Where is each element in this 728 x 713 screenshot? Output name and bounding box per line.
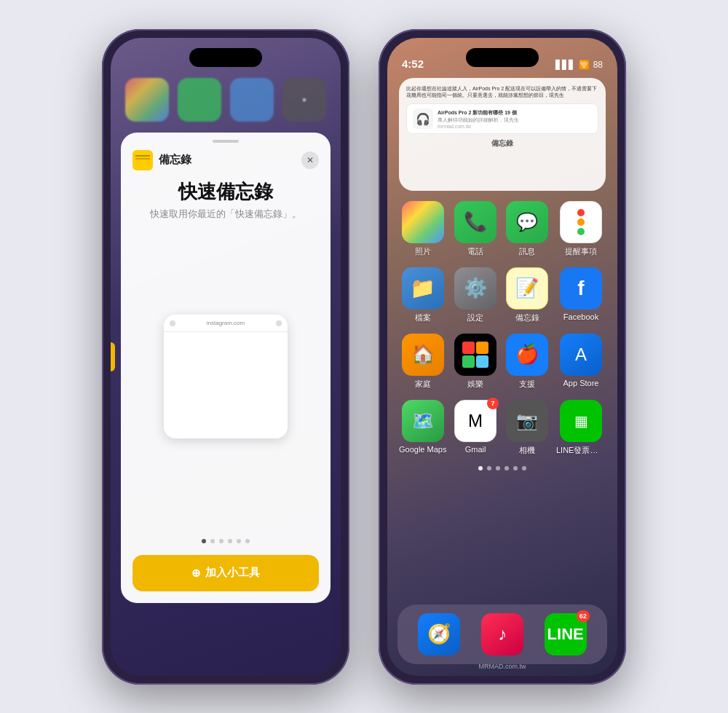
status-icons: ▋▋▋ 🛜 88 xyxy=(555,60,603,70)
rem-dot-2 xyxy=(577,218,585,226)
widget-label: 備忘錄 xyxy=(406,138,598,149)
app-photos[interactable]: 照片 xyxy=(399,201,446,257)
appstore-icon: A xyxy=(560,334,602,376)
yellow-tab xyxy=(111,342,115,371)
add-widget-label: 加入小工具 xyxy=(205,566,260,580)
app-messages[interactable]: 💬 訊息 xyxy=(505,201,550,257)
safari-glyph: 🧭 xyxy=(427,623,451,645)
battery-level: 88 xyxy=(593,60,603,70)
messages-icon: 💬 xyxy=(506,201,548,243)
topbar-close xyxy=(170,320,175,326)
signal-icon: ▋▋▋ xyxy=(555,60,575,70)
dynamic-island-left xyxy=(189,48,262,67)
app-notes[interactable]: 📝 備忘錄 xyxy=(505,267,550,323)
add-widget-button[interactable]: ⊕ 加入小工具 xyxy=(132,555,319,591)
topbar-btn xyxy=(276,320,282,326)
home-dot-5 xyxy=(513,466,518,470)
widget-card-body xyxy=(164,332,288,438)
app-maps[interactable]: 🗺️ Google Maps xyxy=(399,400,446,456)
phone-icon: 📞 xyxy=(454,201,496,243)
rem-dot-1 xyxy=(577,209,585,216)
left-phone: ● 備忘錄 ✕ 快速備忘錄 快速取用你最近的「快速備忘錄」。 instagram… xyxy=(102,29,349,685)
messages-glyph: 💬 xyxy=(516,212,538,232)
dock-music[interactable]: ♪ xyxy=(481,613,523,655)
tv-cell2 xyxy=(476,342,488,354)
notes-glyph: 📝 xyxy=(515,277,539,299)
app-home[interactable]: 🏠 家庭 xyxy=(399,334,446,390)
app-label-phone: 電話 xyxy=(467,246,483,257)
gmail-badge: 7 xyxy=(487,398,499,409)
notes-icon xyxy=(132,150,153,170)
notes-icon-app: 📝 xyxy=(506,267,548,310)
app-reminders[interactable]: 提醒事項 xyxy=(556,201,606,257)
home-dot-3 xyxy=(496,466,500,470)
battery-icon: 88 xyxy=(593,60,603,70)
app-line-ticket[interactable]: ▦ LINE發票管家 xyxy=(556,400,606,456)
line-glyph: LINE xyxy=(547,625,584,644)
tv-cell1 xyxy=(462,342,475,354)
airpods-title: AirPods Pro 2 新功能有哪些 19 個 xyxy=(438,109,519,117)
app-label-photos: 照片 xyxy=(415,246,431,257)
home-dot-4 xyxy=(505,466,509,470)
facebook-icon: f xyxy=(560,267,602,310)
dock-safari[interactable]: 🧭 xyxy=(418,613,460,655)
home-icon: 🏠 xyxy=(402,334,444,376)
app-appstore[interactable]: A App Store xyxy=(556,334,606,390)
music-icon: ♪ xyxy=(481,613,523,655)
maps-glyph: 🗺️ xyxy=(412,411,434,431)
app-label-appstore: App Store xyxy=(563,379,599,387)
camera-icon: 📷 xyxy=(506,400,548,442)
close-button[interactable]: ✕ xyxy=(301,151,319,169)
app-camera[interactable]: 📷 相機 xyxy=(505,400,550,456)
app-phone[interactable]: 📞 電話 xyxy=(452,201,498,257)
overlay-header: 備忘錄 ✕ xyxy=(121,143,331,173)
app-settings[interactable]: ⚙️ 設定 xyxy=(452,267,498,323)
app-support[interactable]: 🍎 支援 xyxy=(505,334,550,390)
gmail-icon: 7 M xyxy=(454,400,496,442)
app-label-maps: Google Maps xyxy=(399,445,446,454)
page-indicator xyxy=(121,533,331,549)
home-screen: 比起你還想在社論追蹤人入，AirPods Pro 2 配送現在可以設備帶入的情，… xyxy=(387,78,617,479)
airpods-card: 🎧 AirPods Pro 2 新功能有哪些 19 個 專人解待功能如的詳細解析… xyxy=(406,103,598,134)
app-label-camera: 相機 xyxy=(519,445,535,456)
app-label-notes: 備忘錄 xyxy=(515,312,539,323)
line-ticket-icon: ▦ xyxy=(560,400,602,442)
notes-widget[interactable]: 比起你還想在社論追蹤人入，AirPods Pro 2 配送現在可以設備帶入的情，… xyxy=(399,78,606,191)
app-gmail[interactable]: 7 M Gmail xyxy=(452,400,498,456)
app-facebook[interactable]: f Facebook xyxy=(556,267,606,323)
widget-preview-area: instagram.com xyxy=(121,221,331,533)
files-icon: 📁 xyxy=(402,267,444,310)
dock-line[interactable]: 62 LINE xyxy=(545,613,587,655)
photos-icon xyxy=(402,201,444,243)
app-grid-row1: 照片 📞 電話 💬 訊息 xyxy=(399,201,606,456)
line-badge: 62 xyxy=(577,610,590,622)
dock: 🧭 ♪ 62 LINE xyxy=(397,604,607,664)
reminders-dots xyxy=(570,202,592,243)
widget-main-title: 快速備忘錄 xyxy=(121,179,331,205)
dynamic-island-right xyxy=(466,48,539,67)
widget-preview-card: instagram.com xyxy=(164,315,288,438)
line-icon: 62 LINE xyxy=(545,613,587,655)
app-label-gmail: Gmail xyxy=(465,445,486,454)
tv-cell4 xyxy=(476,355,488,368)
dot-1 xyxy=(202,539,206,543)
tv-cell3 xyxy=(462,355,475,368)
app-label-settings: 設定 xyxy=(467,312,483,323)
widget-overlay: 備忘錄 ✕ 快速備忘錄 快速取用你最近的「快速備忘錄」。 instagram.c… xyxy=(121,133,331,603)
app-tv[interactable]: 娛樂 xyxy=(452,334,498,390)
app-files[interactable]: 📁 檔案 xyxy=(399,267,446,323)
settings-glyph: ⚙️ xyxy=(464,277,487,299)
tv-grid xyxy=(462,342,488,368)
add-widget-prefix: ⊕ xyxy=(191,567,201,580)
files-glyph: 📁 xyxy=(410,276,435,300)
support-glyph: 🍎 xyxy=(515,343,539,366)
phone-glyph: 📞 xyxy=(464,210,487,233)
left-phone-screen: ● 備忘錄 ✕ 快速備忘錄 快速取用你最近的「快速備忘錄」。 instagram… xyxy=(111,38,341,676)
settings-icon: ⚙️ xyxy=(454,267,496,310)
reminders-icon xyxy=(560,201,602,243)
appstore-glyph: A xyxy=(575,344,587,365)
airpods-img: 🎧 xyxy=(413,109,433,129)
app-label-tv: 娛樂 xyxy=(467,379,483,390)
app-label-facebook: Facebook xyxy=(563,312,598,321)
home-glyph: 🏠 xyxy=(411,343,435,366)
